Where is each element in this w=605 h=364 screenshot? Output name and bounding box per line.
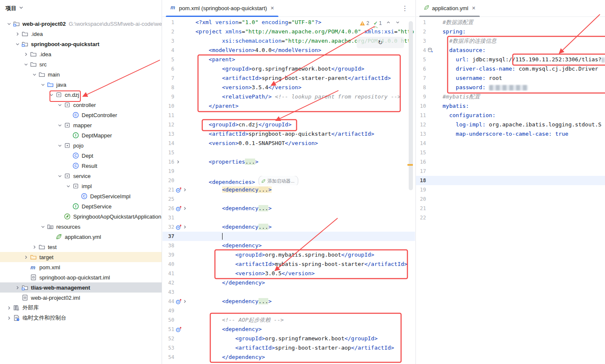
pom-line-21[interactable]: 21 <dependency...> (162, 185, 415, 194)
yml-line-14[interactable]: 14 (416, 139, 605, 148)
yml-line-6[interactable]: 6 driver-class-name: com.mysql.cj.jdbc.D… (416, 64, 605, 74)
yml-line-19[interactable]: 19 (416, 185, 605, 194)
tree-item-java[interactable]: java (0, 79, 162, 90)
yml-line-1[interactable]: 1#数据源配置 (416, 18, 605, 27)
pom-line-54[interactable]: 54 </dependency> (162, 353, 415, 362)
pom-line-43[interactable]: 43 (162, 287, 415, 297)
yml-line-5[interactable]: 5 url: jdbc:mysql://115.190.11.252:3306/… (416, 55, 605, 64)
yml-line-15[interactable]: 15 (416, 148, 605, 157)
yml-line-11[interactable]: 11 configuration: (416, 111, 605, 120)
yml-line-7[interactable]: 7 username: root (416, 74, 605, 83)
yml-line-3[interactable]: 3 #数据库的连接信息 (416, 36, 605, 46)
tree-item-springboot-aop-quickstart[interactable]: springboot-aop-quickstart (0, 39, 162, 49)
pom-line-44[interactable]: 44 <dependency...> (162, 297, 415, 306)
fold-arrow-icon[interactable] (182, 187, 187, 192)
pom-line-38[interactable]: 38 <dependency> (162, 241, 415, 250)
pom-line-37[interactable]: 37 (162, 232, 415, 241)
pom-line-31[interactable]: 31 (162, 213, 415, 222)
pom-line-40[interactable]: 40 <artifactId>mybatis-spring-boot-start… (162, 260, 415, 269)
tree-item-pojo[interactable]: pojo (0, 140, 162, 151)
chevron-down-icon[interactable] (14, 41, 21, 47)
yml-line-17[interactable]: 17 (416, 167, 605, 176)
pom-line-9[interactable]: 9 <relativePath/> <!-- lookup parent fro… (162, 92, 415, 101)
pom-line-5[interactable]: 5 <parent> (162, 55, 415, 64)
maven-dependency-icon[interactable] (176, 187, 182, 193)
yml-line-10[interactable]: 10mybatis: (416, 101, 605, 111)
tree-item-deptserviceimpl[interactable]: CDeptServiceImpl (0, 191, 162, 201)
datasource-icon[interactable] (427, 47, 433, 53)
pom-line-12[interactable]: 12 <groupId>cn.dzj</groupId> (162, 120, 415, 129)
tree-item-src[interactable]: src (0, 59, 162, 69)
pom-line-15[interactable]: 15 (162, 148, 415, 157)
pom-scrollbar[interactable] (409, 19, 413, 363)
chevron-down-icon[interactable] (56, 101, 63, 108)
pom-line-14[interactable]: 14 <version>0.0.1-SNAPSHOT</version> (162, 139, 415, 148)
pom-line-39[interactable]: 39 <groupId>org.mybatis.spring.boot</gro… (162, 250, 415, 260)
pom-line-20[interactable]: 20 <dependencies>添加启动器... (162, 176, 415, 185)
close-icon[interactable]: ✕ (270, 5, 274, 11)
pom-line-6[interactable]: 6 <groupId>org.springframework.boot</gro… (162, 64, 415, 74)
pom-line-51[interactable]: 51 <dependency> (162, 325, 415, 334)
tree-item-test[interactable]: test (0, 242, 162, 252)
tree-item-springboot-aop-quickstart-iml[interactable]: springboot-aop-quickstart.iml (0, 272, 162, 282)
yml-line-8[interactable]: 8 password: (416, 83, 605, 92)
fold-arrow-icon[interactable] (176, 159, 181, 164)
tree-item-result[interactable]: CResult (0, 161, 162, 171)
yml-code-area[interactable]: 1#数据源配置2spring:3 #数据库的连接信息4 datasource:5… (416, 18, 605, 222)
inspections-widget[interactable]: 2 ✓ 1 (358, 19, 402, 27)
yml-line-13[interactable]: 13 map-underscore-to-camel-case: true (416, 129, 605, 139)
pom-line-7[interactable]: 7 <artifactId>spring-boot-starter-parent… (162, 74, 415, 83)
yml-line-16[interactable]: 16 (416, 157, 605, 167)
tree-item--idea[interactable]: .idea (0, 49, 162, 59)
pom-line-2[interactable]: 2<project xmlns="http://maven.apache.org… (162, 27, 415, 36)
yml-line-9[interactable]: 9#mybatis配置 (416, 92, 605, 101)
tab-application-yml[interactable]: application.yml ✕ (419, 0, 480, 17)
tree-item-mapper[interactable]: mapper (0, 120, 162, 130)
chevron-down-icon[interactable] (5, 20, 13, 27)
chevron-down-icon[interactable] (22, 61, 30, 68)
fold-arrow-icon[interactable] (182, 224, 187, 230)
tree-item-deptcontroller[interactable]: CDeptController (0, 110, 162, 120)
fold-arrow-icon[interactable] (182, 206, 187, 211)
yml-line-22[interactable]: 22 (416, 213, 605, 222)
pom-line-26[interactable]: 26 <dependency...> (162, 204, 415, 213)
tree-item-application-yml[interactable]: application.yml (0, 232, 162, 242)
chevron-right-icon[interactable] (14, 284, 21, 291)
tree-item--[interactable]: 临时文件和控制台 (0, 313, 162, 323)
pom-line-50[interactable]: 50 <!-- AOP起步依赖 --> (162, 315, 415, 325)
maven-dependency-icon[interactable] (176, 298, 182, 305)
maven-dependency-icon[interactable] (176, 326, 182, 333)
next-problem-icon[interactable] (395, 20, 400, 26)
yml-line-12[interactable]: 12 log-impl: org.apache.ibatis.logging.s… (416, 120, 605, 129)
chevron-down-icon[interactable] (47, 91, 55, 98)
yml-line-18[interactable]: 18 (416, 176, 605, 185)
yml-line-4[interactable]: 4 datasource: (416, 46, 605, 55)
maven-dependency-icon[interactable] (176, 205, 182, 212)
prev-problem-icon[interactable] (386, 20, 391, 26)
pom-line-42[interactable]: 42 </dependency> (162, 278, 415, 287)
chevron-right-icon[interactable] (5, 315, 13, 321)
pom-line-16[interactable]: 16 <properties...> (162, 157, 415, 167)
tree-item-resources[interactable]: resources (0, 222, 162, 232)
pom-line-49[interactable]: 49 (162, 306, 415, 315)
add-starters-inlay[interactable]: 添加启动器... (258, 176, 298, 185)
tree-item-main[interactable]: main (0, 69, 162, 79)
yml-line-21[interactable]: 21 (416, 204, 605, 213)
pom-line-11[interactable]: 11 (162, 111, 415, 120)
tree-item-dept[interactable]: CDept (0, 151, 162, 161)
tree-item-tlias-web-management[interactable]: tlias-web-management (0, 282, 162, 293)
chevron-down-icon[interactable] (56, 122, 63, 129)
pom-line-13[interactable]: 13 <artifactId>springboot-aop-quickstart… (162, 129, 415, 139)
chevron-down-icon[interactable] (39, 81, 47, 88)
pom-line-52[interactable]: 52 <groupId>org.springframework.boot</gr… (162, 334, 415, 343)
tree-item-web-ai-project02[interactable]: web-ai-project02G:\workspace\duSSM\web-a… (0, 19, 162, 29)
pom-line-10[interactable]: 10 </parent> (162, 101, 415, 111)
warnings-count[interactable]: 2 (360, 20, 369, 26)
tree-item-springbootaopquickstartapplication[interactable]: SpringbootAopQuickstartApplication (0, 211, 162, 222)
tree-item-impl[interactable]: impl (0, 181, 162, 191)
yml-line-20[interactable]: 20 (416, 194, 605, 204)
project-panel-header[interactable]: 项目 (0, 0, 162, 17)
tree-item-deptservice[interactable]: IDeptService (0, 201, 162, 211)
ok-count[interactable]: ✓ 1 (374, 20, 382, 26)
pom-code-area[interactable]: 1<?xml version="1.0" encoding="UTF-8"?>2… (162, 18, 415, 362)
